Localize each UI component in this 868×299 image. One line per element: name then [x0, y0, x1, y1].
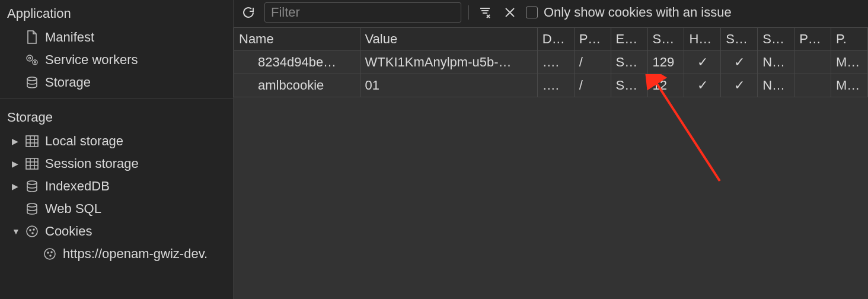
col-path[interactable]: P… — [574, 28, 611, 51]
database-icon — [25, 180, 39, 193]
table-row[interactable]: 8234d94be… WTKI1KmAnylpm-u5b-… …. / S… 1… — [234, 51, 868, 74]
cell-path[interactable]: / — [574, 74, 611, 97]
col-p2[interactable]: P. — [831, 28, 868, 51]
cell-expires[interactable]: S… — [611, 51, 647, 74]
sidebar-item-label: Session storage — [45, 156, 139, 171]
sidebar-item-label: IndexedDB — [45, 179, 110, 194]
clear-filter-button[interactable] — [476, 4, 494, 21]
sidebar-group-storage: Storage — [0, 104, 233, 130]
grid-icon — [25, 135, 39, 147]
chevron-right-icon: ▶ — [12, 159, 20, 168]
cell-size[interactable]: 129 — [647, 51, 684, 74]
cell-httponly[interactable]: ✓ — [684, 51, 721, 74]
cell-domain[interactable]: …. — [537, 51, 574, 74]
cell-p2[interactable]: M… — [831, 74, 868, 97]
cell-path[interactable]: / — [574, 51, 611, 74]
sidebar: Application Manifest Service workers Sto… — [0, 0, 234, 299]
sidebar-item-service-workers[interactable]: Service workers — [0, 49, 233, 71]
svg-point-11 — [33, 229, 34, 230]
cell-domain[interactable]: …. — [537, 74, 574, 97]
svg-point-13 — [44, 249, 55, 259]
svg-point-10 — [30, 230, 31, 231]
sidebar-item-label: Cookies — [45, 224, 92, 239]
svg-point-12 — [32, 233, 33, 234]
svg-point-14 — [47, 252, 49, 253]
svg-rect-5 — [26, 136, 38, 147]
svg-point-4 — [27, 77, 37, 81]
sidebar-item-storage[interactable]: Storage — [0, 71, 233, 94]
col-samesite[interactable]: S… — [758, 28, 794, 51]
col-expires[interactable]: E… — [611, 28, 647, 51]
database-icon — [25, 202, 39, 215]
gears-icon — [25, 53, 39, 66]
sidebar-item-label: https://openam-gwiz-dev. — [63, 246, 208, 262]
toolbar: Only show cookies with an issue — [234, 0, 868, 27]
chevron-right-icon: ▶ — [12, 136, 20, 146]
sidebar-item-local-storage[interactable]: ▶ Local storage — [0, 130, 233, 152]
svg-point-15 — [51, 252, 52, 253]
svg-point-1 — [28, 57, 30, 59]
document-icon — [25, 30, 39, 44]
sidebar-item-label: Service workers — [45, 52, 138, 68]
col-domain[interactable]: D… — [537, 28, 574, 51]
separator — [468, 5, 469, 20]
sidebar-item-label: Manifest — [45, 30, 94, 45]
svg-point-8 — [27, 203, 37, 207]
svg-point-2 — [33, 60, 37, 65]
cell-priority[interactable] — [794, 74, 831, 97]
col-name[interactable]: Name — [234, 28, 360, 51]
svg-point-3 — [34, 62, 36, 63]
cell-size[interactable]: 12 — [647, 74, 684, 97]
table-row[interactable]: amlbcookie 01 …. / S… 12 ✓ ✓ N… M… — [234, 74, 868, 97]
main-panel: Only show cookies with an issue Name Val… — [234, 0, 868, 299]
divider — [0, 98, 233, 99]
col-httponly[interactable]: H… — [684, 28, 721, 51]
sidebar-item-session-storage[interactable]: ▶ Session storage — [0, 152, 233, 175]
table-header-row: Name Value D… P… E… S… H… S… S… P… P. — [234, 28, 868, 51]
cell-secure[interactable]: ✓ — [721, 51, 758, 74]
sidebar-item-indexeddb[interactable]: ▶ IndexedDB — [0, 175, 233, 198]
sidebar-item-cookies[interactable]: ▼ Cookies — [0, 220, 233, 243]
sidebar-item-manifest[interactable]: Manifest — [0, 26, 233, 49]
svg-point-9 — [27, 226, 37, 237]
col-secure[interactable]: S… — [721, 28, 758, 51]
cell-expires[interactable]: S… — [611, 74, 647, 97]
sidebar-item-label: Local storage — [45, 133, 123, 149]
cell-samesite[interactable]: N… — [758, 74, 794, 97]
chevron-right-icon: ▶ — [12, 182, 20, 191]
cell-secure[interactable]: ✓ — [721, 74, 758, 97]
cookie-icon — [25, 225, 39, 238]
sidebar-item-websql[interactable]: Web SQL — [0, 198, 233, 220]
chevron-down-icon: ▼ — [12, 227, 20, 236]
database-icon — [25, 76, 39, 89]
grid-icon — [25, 158, 39, 170]
sidebar-group-application: Application — [0, 0, 233, 26]
svg-point-0 — [27, 55, 33, 61]
col-value[interactable]: Value — [360, 28, 537, 51]
cell-value[interactable]: WTKI1KmAnylpm-u5b-… — [360, 51, 537, 74]
sidebar-item-cookie-origin[interactable]: https://openam-gwiz-dev. — [0, 243, 233, 265]
cell-samesite[interactable]: N… — [758, 51, 794, 74]
col-size[interactable]: S… — [647, 28, 684, 51]
only-issues-toggle[interactable]: Only show cookies with an issue — [526, 5, 732, 20]
cell-p2[interactable]: M… — [831, 51, 868, 74]
cell-value[interactable]: 01 — [360, 74, 537, 97]
svg-point-7 — [27, 181, 37, 185]
cookie-icon — [43, 247, 57, 260]
sidebar-item-label: Web SQL — [45, 201, 101, 217]
refresh-button[interactable] — [240, 4, 257, 21]
col-priority[interactable]: P… — [794, 28, 831, 51]
filter-input[interactable] — [264, 2, 461, 23]
clear-all-button[interactable] — [501, 4, 519, 21]
checkbox-icon — [526, 7, 538, 18]
cell-name[interactable]: 8234d94be… — [234, 51, 360, 74]
cookies-table: Name Value D… P… E… S… H… S… S… P… P. 82… — [234, 27, 868, 97]
svg-rect-6 — [26, 158, 38, 169]
sidebar-item-label: Storage — [45, 75, 91, 90]
cell-httponly[interactable]: ✓ — [684, 74, 721, 97]
svg-point-16 — [50, 255, 51, 256]
cell-priority[interactable] — [794, 51, 831, 74]
only-issues-label: Only show cookies with an issue — [544, 5, 732, 20]
cell-name[interactable]: amlbcookie — [234, 74, 360, 97]
